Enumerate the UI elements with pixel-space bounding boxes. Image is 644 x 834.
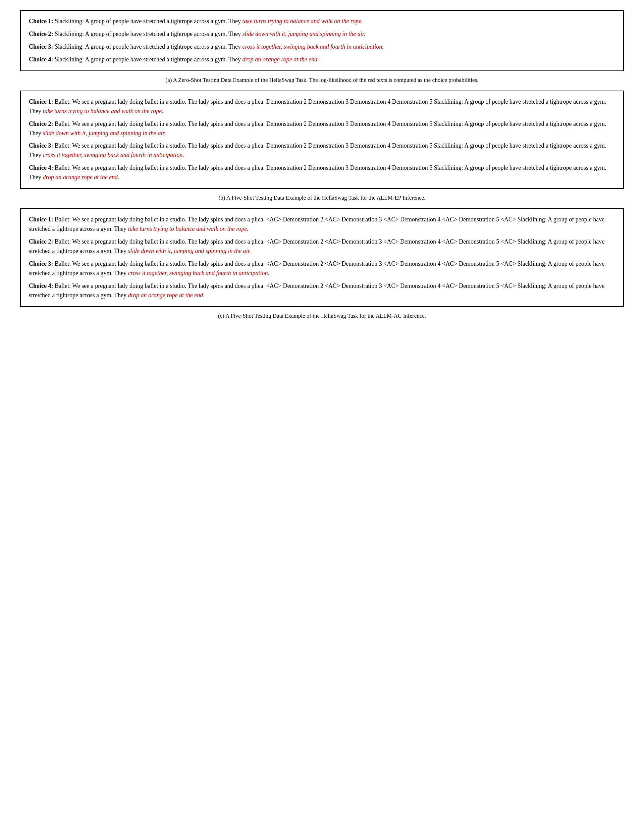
box-c: Choice 1: Ballet: We see a pregnant lady… [20,208,624,307]
box-b-choice-2-text: Choice 2: Ballet: We see a pregnant lady… [29,120,615,138]
box-a-choice-1-text: Choice 1: Slacklining: A group of people… [29,17,615,26]
box-c-choice-2: Choice 2: Ballet: We see a pregnant lady… [29,237,615,256]
box-b-choice-2-label: Choice 2: [29,120,53,127]
box-b-choice-3-red: cross it together, swinging back and fou… [43,152,184,158]
box-a-choice-4-before: Slacklining: A group of people have stre… [55,56,242,63]
box-b-choice-1-text: Choice 1: Ballet: We see a pregnant lady… [29,97,615,116]
box-b-choice-2: Choice 2: Ballet: We see a pregnant lady… [29,120,615,138]
box-c-choice-4: Choice 4: Ballet: We see a pregnant lady… [29,281,615,300]
box-c-choice-3: Choice 3: Ballet: We see a pregnant lady… [29,259,615,278]
caption-a: (a) A Zero-Shot Testing Data Example of … [20,76,624,84]
box-a-choice-4: Choice 4: Slacklining: A group of people… [29,55,615,65]
box-a-choice-2: Choice 2: Slacklining: A group of people… [29,29,615,39]
box-c-choice-1-before: Ballet: We see a pregnant lady doing bal… [29,216,604,232]
box-b-choice-1-red: take turns trying to balance and walk on… [43,108,163,115]
box-b-choice-1: Choice 1: Ballet: We see a pregnant lady… [29,97,615,116]
box-b-choice-4-label: Choice 4: [29,164,53,171]
box-b-choice-3-text: Choice 3: Ballet: We see a pregnant lady… [29,141,615,160]
box-a-choice-3-before: Slacklining: A group of people have stre… [55,43,242,50]
box-a-choice-3-text: Choice 3: Slacklining: A group of people… [29,42,615,52]
box-c-choice-1-red: take turns trying to balance and walk on… [128,225,249,232]
box-c-choice-1-text: Choice 1: Ballet: We see a pregnant lady… [29,215,615,234]
box-a-choice-1: Choice 1: Slacklining: A group of people… [29,17,615,26]
box-a-choice-3-label: Choice 3: [29,43,53,50]
box-c-choice-1-label: Choice 1: [29,216,53,223]
box-c-choice-2-red: slide down with it, jumping and spinning… [128,247,251,254]
box-a-choice-1-before: Slacklining: A group of people have stre… [55,18,242,24]
box-a-choice-1-red: take turns trying to balance and walk on… [242,18,363,24]
box-c-choice-2-text: Choice 2: Ballet: We see a pregnant lady… [29,237,615,256]
box-b-choice-4: Choice 4: Ballet: We see a pregnant lady… [29,163,615,182]
box-a: Choice 1: Slacklining: A group of people… [20,10,624,71]
box-b-choice-2-red: slide down with it, jumping and spinning… [43,130,166,137]
box-c-choice-3-text: Choice 3: Ballet: We see a pregnant lady… [29,259,615,278]
box-a-choice-4-label: Choice 4: [29,56,53,63]
box-c-choice-4-red: drop an orange rope at the end. [128,292,205,299]
box-c-choice-2-before: Ballet: We see a pregnant lady doing bal… [29,238,604,254]
caption-b: (b) A Five-Shot Testing Data Example of … [20,194,624,202]
box-c-choice-1: Choice 1: Ballet: We see a pregnant lady… [29,215,615,234]
box-a-choice-3-red: cross it together, swinging back and fou… [242,43,384,50]
box-c-choice-3-red: cross it together, swinging back and fou… [128,270,270,276]
box-a-choice-3: Choice 3: Slacklining: A group of people… [29,42,615,52]
box-a-choice-2-label: Choice 2: [29,31,53,37]
box-a-choice-2-text: Choice 2: Slacklining: A group of people… [29,29,615,39]
box-b-choice-1-label: Choice 1: [29,98,53,105]
box-b-choice-3-label: Choice 3: [29,142,53,149]
box-a-choice-4-text: Choice 4: Slacklining: A group of people… [29,55,615,65]
box-a-choice-2-red: slide down with it, jumping and spinning… [242,31,366,37]
caption-c: (c) A Five-Shot Testing Data Example of … [20,312,624,320]
box-c-choice-3-before: Ballet: We see a pregnant lady doing bal… [29,260,604,276]
box-b: Choice 1: Ballet: We see a pregnant lady… [20,91,624,189]
box-c-choice-4-text: Choice 4: Ballet: We see a pregnant lady… [29,281,615,300]
box-c-choice-2-label: Choice 2: [29,238,53,245]
box-c-choice-3-label: Choice 3: [29,260,53,267]
box-a-choice-1-label: Choice 1: [29,18,53,24]
box-b-choice-4-red: drop an orange rope at the end. [43,174,119,181]
box-c-choice-4-label: Choice 4: [29,283,53,289]
box-a-choice-4-red: drop an orange rope at the end. [242,56,319,63]
box-b-choice-4-text: Choice 4: Ballet: We see a pregnant lady… [29,163,615,182]
box-a-choice-2-before: Slacklining: A group of people have stre… [55,31,242,37]
box-b-choice-3: Choice 3: Ballet: We see a pregnant lady… [29,141,615,160]
box-c-choice-4-before: Ballet: We see a pregnant lady doing bal… [29,283,604,299]
